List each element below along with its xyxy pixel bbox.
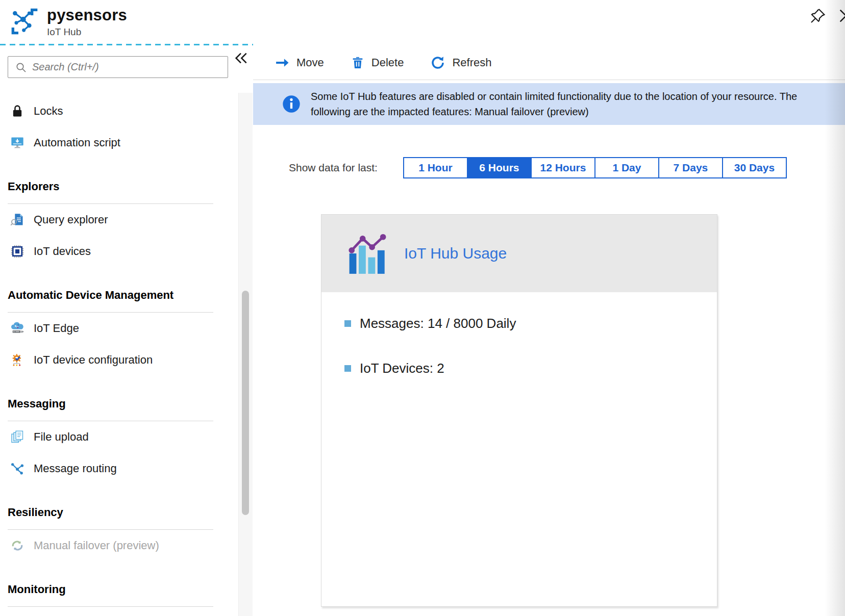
file-upload-icon bbox=[9, 429, 26, 445]
sidebar-item-manual-failover: Manual failover (preview) bbox=[0, 530, 238, 561]
sidebar-section-explorers: Explorers bbox=[0, 179, 238, 194]
sidebar-section-resiliency: Resiliency bbox=[0, 505, 238, 520]
iot-edge-icon bbox=[9, 320, 26, 337]
resource-type: IoT Hub bbox=[47, 27, 127, 38]
sidebar-item-label: Locks bbox=[34, 105, 63, 118]
bar-line-chart-icon bbox=[347, 233, 391, 274]
sidebar-item-iot-device-configuration[interactable]: IoT device configuration bbox=[0, 344, 238, 376]
sidebar-item-alerts[interactable]: Alerts bbox=[0, 607, 238, 616]
sidebar-item-label: Query explorer bbox=[34, 213, 108, 226]
message-routing-icon bbox=[9, 460, 26, 477]
search-icon bbox=[15, 61, 27, 73]
move-arrow-icon bbox=[275, 55, 290, 70]
sidebar-nav: Locks Automation script Explorers bbox=[0, 95, 238, 616]
iot-hub-usage-card: IoT Hub Usage Messages: 14 / 8000 Daily … bbox=[321, 214, 717, 607]
refresh-icon bbox=[430, 55, 445, 70]
sidebar-item-label: IoT device configuration bbox=[34, 353, 153, 367]
main-content: Move Delete Refresh bbox=[253, 45, 845, 616]
time-filter-label: Show data for last: bbox=[289, 162, 378, 174]
time-button-1-hour[interactable]: 1 Hour bbox=[403, 157, 468, 178]
time-button-12-hours[interactable]: 12 Hours bbox=[531, 157, 595, 178]
sidebar-scrollbar-track[interactable] bbox=[238, 93, 253, 616]
time-button-6-hours[interactable]: 6 Hours bbox=[467, 157, 532, 178]
search-input[interactable] bbox=[32, 57, 228, 78]
sidebar-item-automation-script[interactable]: Automation script bbox=[0, 127, 238, 159]
refresh-button[interactable]: Refresh bbox=[430, 55, 491, 70]
sidebar-scrollbar-thumb[interactable] bbox=[242, 291, 249, 515]
trash-icon bbox=[351, 56, 365, 70]
sidebar-item-label: Message routing bbox=[34, 462, 117, 475]
sidebar-item-label: IoT devices bbox=[34, 245, 91, 258]
time-button-1-day[interactable]: 1 Day bbox=[594, 157, 659, 178]
sidebar-item-iot-edge[interactable]: IoT Edge bbox=[0, 313, 238, 344]
sidebar-item-message-routing[interactable]: Message routing bbox=[0, 453, 238, 484]
info-banner-text: Some IoT Hub features are disabled or co… bbox=[311, 89, 803, 119]
sidebar-item-file-upload[interactable]: File upload bbox=[0, 421, 238, 453]
delete-button-label: Delete bbox=[371, 56, 404, 69]
sidebar-collapse-icon[interactable] bbox=[233, 50, 250, 67]
query-explorer-icon bbox=[9, 212, 26, 228]
lock-icon bbox=[9, 103, 26, 119]
bullet-square-icon bbox=[344, 320, 351, 327]
sidebar-section-messaging: Messaging bbox=[0, 396, 238, 412]
usage-card-body: Messages: 14 / 8000 Daily IoT Devices: 2 bbox=[321, 292, 717, 383]
sidebar-item-locks[interactable]: Locks bbox=[0, 95, 238, 127]
info-circle-icon bbox=[281, 94, 302, 114]
usage-card-header: IoT Hub Usage bbox=[321, 215, 717, 292]
close-icon[interactable] bbox=[837, 7, 845, 24]
app-header: pysensors IoT Hub bbox=[0, 0, 845, 44]
move-button-label: Move bbox=[296, 56, 324, 69]
metric-iot-devices: IoT Devices: 2 bbox=[344, 353, 717, 383]
move-button[interactable]: Move bbox=[275, 55, 324, 70]
sidebar-item-query-explorer[interactable]: Query explorer bbox=[0, 204, 238, 236]
automation-script-icon bbox=[9, 135, 26, 151]
pin-icon[interactable] bbox=[809, 7, 827, 24]
refresh-button-label: Refresh bbox=[452, 56, 491, 69]
iot-devices-icon bbox=[9, 243, 26, 260]
sidebar-section-automatic-device-management: Automatic Device Management bbox=[0, 288, 238, 303]
sidebar-item-label: File upload bbox=[34, 430, 89, 444]
azure-portal-blade: pysensors IoT Hub bbox=[0, 0, 845, 616]
resource-name: pysensors bbox=[47, 6, 127, 24]
time-filter-buttons: 1 Hour 6 Hours 12 Hours 1 Day 7 Days 30 … bbox=[403, 157, 787, 178]
time-filter: Show data for last: 1 Hour 6 Hours 12 Ho… bbox=[253, 157, 845, 178]
delete-button[interactable]: Delete bbox=[351, 56, 404, 70]
sidebar-item-iot-devices[interactable]: IoT devices bbox=[0, 236, 238, 267]
info-banner: Some IoT Hub features are disabled or co… bbox=[253, 83, 845, 125]
iot-device-configuration-icon bbox=[9, 352, 26, 368]
usage-card-title[interactable]: IoT Hub Usage bbox=[404, 245, 507, 262]
sidebar-item-label: IoT Edge bbox=[34, 322, 79, 335]
iot-hub-logo-icon bbox=[8, 5, 41, 38]
time-button-7-days[interactable]: 7 Days bbox=[658, 157, 723, 178]
metric-messages: Messages: 14 / 8000 Daily bbox=[344, 309, 717, 338]
command-bar: Move Delete Refresh bbox=[253, 45, 845, 80]
bullet-square-icon bbox=[344, 365, 351, 372]
metric-iot-devices-text: IoT Devices: 2 bbox=[360, 361, 444, 376]
manual-failover-icon bbox=[9, 537, 26, 554]
resource-menu-sidebar: Locks Automation script Explorers bbox=[0, 45, 238, 616]
sidebar-section-monitoring: Monitoring bbox=[0, 582, 238, 597]
metric-messages-text: Messages: 14 / 8000 Daily bbox=[360, 316, 516, 331]
sidebar-item-label: Automation script bbox=[34, 136, 120, 149]
sidebar-item-label: Manual failover (preview) bbox=[34, 539, 159, 552]
sidebar-search[interactable] bbox=[8, 56, 228, 78]
time-button-30-days[interactable]: 30 Days bbox=[722, 157, 787, 178]
app-titles: pysensors IoT Hub bbox=[47, 6, 127, 38]
